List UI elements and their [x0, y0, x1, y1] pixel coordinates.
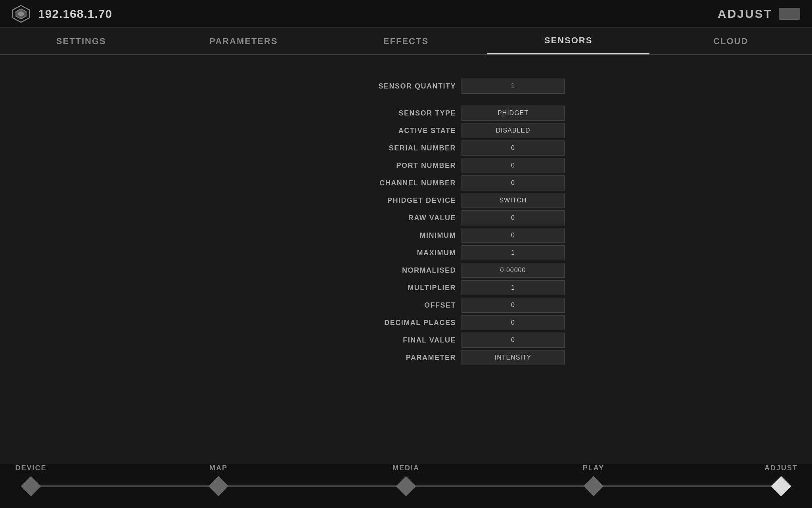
nav-step-media-label: MEDIA — [393, 464, 419, 472]
header: 192.168.1.70 ADJUST — [0, 0, 812, 28]
nav-step-device-label: DEVICE — [15, 464, 46, 472]
nav-step-map[interactable]: MAP — [211, 479, 226, 493]
nav-step-play-diamond[interactable] — [584, 476, 604, 496]
field-input-1[interactable] — [462, 123, 565, 138]
adjust-toggle[interactable] — [779, 8, 800, 20]
field-row-10: MULTIPLIER — [247, 280, 565, 295]
nav-step-device[interactable]: DEVICE — [24, 479, 38, 493]
field-input-13[interactable] — [462, 333, 565, 348]
field-label-7: MINIMUM — [353, 231, 456, 240]
field-row-12: DECIMAL PLACES — [247, 315, 565, 330]
field-row-14: PARAMETER — [247, 350, 565, 365]
nav-step-device-diamond[interactable] — [21, 476, 41, 496]
field-label-0: SENSOR TYPE — [353, 109, 456, 117]
field-label-9: NORMALISED — [353, 266, 456, 275]
field-label-3: PORT NUMBER — [353, 162, 456, 170]
tab-parameters[interactable]: PARAMETERS — [163, 28, 325, 54]
field-row-2: SERIAL NUMBER — [247, 140, 565, 156]
field-label-8: MAXIMUM — [353, 249, 456, 257]
field-row-9: NORMALISED — [247, 263, 565, 278]
field-label-6: RAW VALUE — [353, 214, 456, 222]
nav-step-play-label: PLAY — [583, 464, 604, 472]
field-row-4: CHANNEL NUMBER — [247, 175, 565, 190]
sensor-form: SENSOR QUANTITY SENSOR TYPEACTIVE STATES… — [247, 79, 565, 368]
field-input-14[interactable] — [462, 350, 565, 365]
nav-step-map-diamond[interactable] — [209, 476, 229, 496]
field-input-10[interactable] — [462, 280, 565, 295]
sensor-quantity-input[interactable] — [462, 79, 565, 94]
field-input-7[interactable] — [462, 228, 565, 243]
field-row-13: FINAL VALUE — [247, 333, 565, 348]
field-row-1: ACTIVE STATE — [247, 123, 565, 138]
field-input-3[interactable] — [462, 158, 565, 173]
field-row-6: RAW VALUE — [247, 210, 565, 225]
field-label-2: SERIAL NUMBER — [353, 144, 456, 152]
field-input-9[interactable] — [462, 263, 565, 278]
field-input-5[interactable] — [462, 193, 565, 208]
field-row-7: MINIMUM — [247, 228, 565, 243]
nav-step-adjust[interactable]: ADJUST — [774, 479, 788, 493]
tabs-bar: SETTINGS PARAMETERS EFFECTS SENSORS CLOU… — [0, 28, 812, 55]
field-row-5: PHIDGET DEVICE — [247, 193, 565, 208]
nav-step-adjust-diamond[interactable] — [771, 476, 791, 496]
nav-step-media[interactable]: MEDIA — [399, 479, 413, 493]
field-input-4[interactable] — [462, 175, 565, 190]
tab-settings[interactable]: SETTINGS — [0, 28, 163, 54]
header-right: ADJUST — [718, 7, 800, 21]
nav-track: DEVICE MAP MEDIA PLAY ADJUST — [24, 485, 788, 487]
field-label-5: PHIDGET DEVICE — [353, 196, 456, 205]
field-input-2[interactable] — [462, 140, 565, 156]
field-label-11: OFFSET — [353, 301, 456, 310]
field-row-11: OFFSET — [247, 298, 565, 313]
field-row-3: PORT NUMBER — [247, 158, 565, 173]
field-row-0: SENSOR TYPE — [247, 106, 565, 121]
field-input-12[interactable] — [462, 315, 565, 330]
tab-effects[interactable]: EFFECTS — [325, 28, 487, 54]
ip-address: 192.168.1.70 — [38, 7, 112, 21]
tab-cloud[interactable]: CLOUD — [649, 28, 812, 54]
field-row-8: MAXIMUM — [247, 245, 565, 260]
field-label-1: ACTIVE STATE — [353, 127, 456, 135]
sensor-quantity-label: SENSOR QUANTITY — [353, 82, 456, 90]
nav-step-map-label: MAP — [209, 464, 228, 472]
sensor-quantity-row: SENSOR QUANTITY — [247, 79, 565, 94]
app-logo — [12, 5, 30, 23]
tab-sensors[interactable]: SENSORS — [487, 28, 650, 54]
nav-step-play[interactable]: PLAY — [586, 479, 601, 493]
field-label-4: CHANNEL NUMBER — [353, 179, 456, 187]
nav-step-media-diamond[interactable] — [396, 476, 416, 496]
main-content: SENSOR QUANTITY SENSOR TYPEACTIVE STATES… — [0, 55, 812, 391]
nav-step-adjust-label: ADJUST — [764, 464, 798, 472]
nav-steps: DEVICE MAP MEDIA PLAY ADJUST — [24, 479, 788, 493]
field-input-8[interactable] — [462, 245, 565, 260]
field-input-0[interactable] — [462, 106, 565, 121]
header-left: 192.168.1.70 — [12, 5, 112, 23]
field-input-11[interactable] — [462, 298, 565, 313]
bottom-nav: DEVICE MAP MEDIA PLAY ADJUST — [0, 464, 812, 508]
field-label-10: MULTIPLIER — [353, 284, 456, 292]
field-label-14: PARAMETER — [353, 354, 456, 362]
adjust-label: ADJUST — [718, 7, 772, 21]
fields-container: SENSOR TYPEACTIVE STATESERIAL NUMBERPORT… — [247, 106, 565, 365]
field-label-12: DECIMAL PLACES — [353, 319, 456, 327]
field-input-6[interactable] — [462, 210, 565, 225]
field-label-13: FINAL VALUE — [353, 336, 456, 344]
